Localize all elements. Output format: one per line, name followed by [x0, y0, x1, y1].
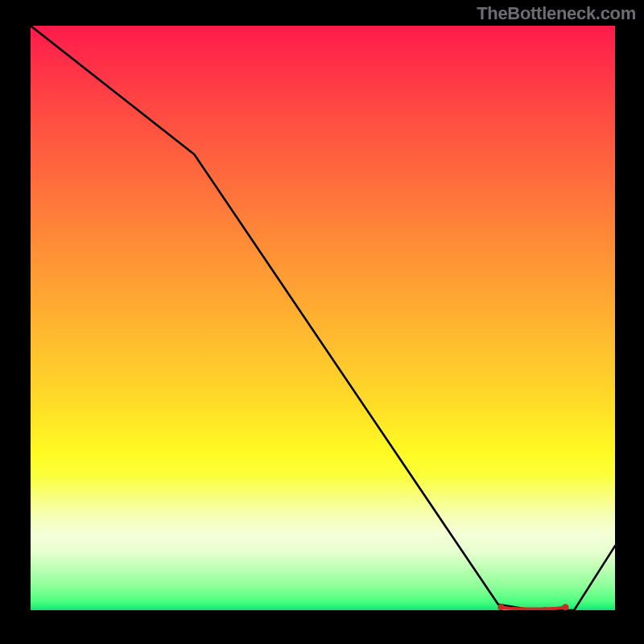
- chart-frame: TheBottleneck.com: [0, 0, 644, 644]
- marker-band-line: [501, 607, 565, 609]
- chart-series-curve: [31, 26, 615, 610]
- attribution-text: TheBottleneck.com: [477, 3, 636, 24]
- marker-dot: [562, 604, 568, 610]
- chart-marker-band: [497, 604, 568, 610]
- chart-overlay: [31, 26, 615, 610]
- plot-area: [31, 26, 615, 610]
